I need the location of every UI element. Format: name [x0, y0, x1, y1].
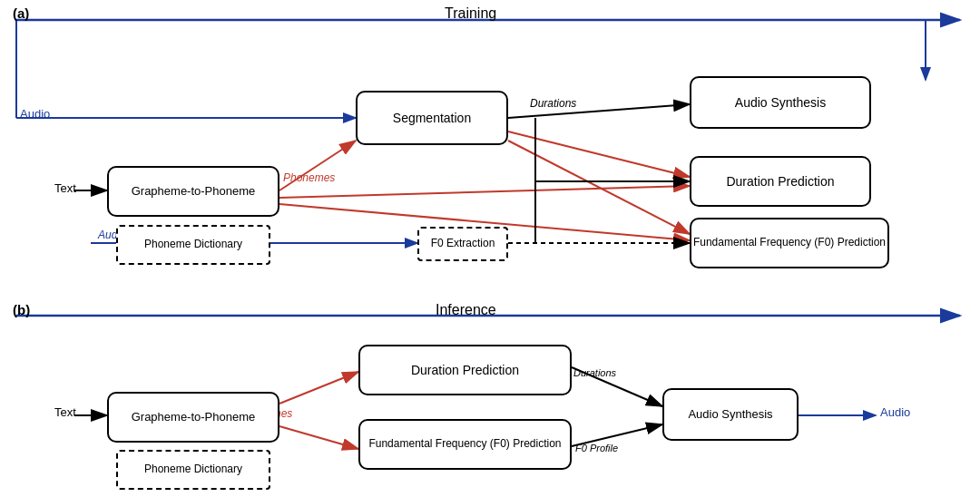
phoneme-dictionary-b: Phoneme Dictionary	[116, 450, 270, 490]
audio-label-a: Audio	[20, 107, 50, 121]
grapheme-to-phoneme-b: Grapheme-to-Phoneme	[107, 392, 279, 443]
f0-extraction-box: F0 Extraction	[417, 227, 508, 261]
grapheme-to-phoneme-a: Grapheme-to-Phoneme	[107, 166, 279, 217]
svg-line-26	[279, 426, 358, 449]
phoneme-dictionary-a: Phoneme Dictionary	[116, 225, 270, 265]
section-b-label: (b)	[13, 302, 30, 317]
audio-synthesis-b: Audio Synthesis	[662, 388, 799, 441]
svg-line-10	[279, 141, 356, 190]
svg-text:Durations: Durations	[573, 367, 617, 378]
svg-line-12	[508, 104, 690, 118]
audio-label-b: Audio	[880, 405, 910, 419]
training-label: Training	[445, 5, 496, 22]
inference-label: Inference	[436, 302, 496, 318]
svg-line-15	[508, 141, 690, 234]
section-a-label: (a)	[13, 5, 29, 21]
duration-prediction-a: Duration Prediction	[690, 156, 871, 207]
audio-synthesis-a: Audio Synthesis	[690, 76, 871, 129]
svg-line-28	[572, 367, 662, 406]
svg-text:Phonemes: Phonemes	[283, 171, 335, 184]
diagram: Phonemes Durations Audio Phonemes	[0, 0, 980, 497]
f0-prediction-b: Fundamental Frequency (F0) Prediction	[358, 419, 572, 470]
duration-prediction-b: Duration Prediction	[358, 345, 572, 395]
svg-line-30	[572, 424, 662, 446]
svg-text:Durations: Durations	[530, 97, 576, 110]
svg-text:F0 Profile: F0 Profile	[575, 443, 618, 453]
segmentation-box: Segmentation	[356, 91, 508, 145]
svg-line-25	[279, 372, 358, 404]
svg-line-14	[508, 132, 690, 177]
svg-line-16	[279, 186, 690, 198]
text-label-a: Text	[54, 181, 76, 195]
text-label-b: Text	[54, 405, 76, 419]
f0-prediction-a: Fundamental Frequency (F0) Prediction	[690, 218, 889, 268]
